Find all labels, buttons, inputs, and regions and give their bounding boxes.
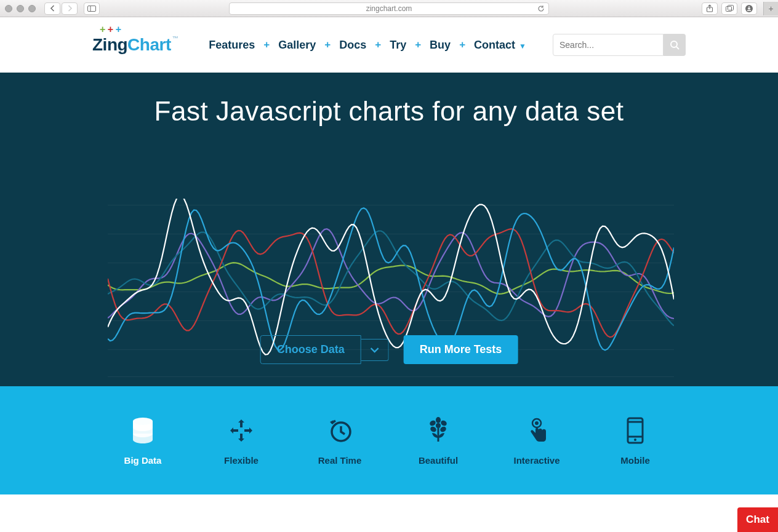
- nav-sep: +: [318, 39, 337, 51]
- chevron-down-icon: ▼: [519, 42, 526, 50]
- nav-contact[interactable]: Contact▼: [471, 39, 529, 52]
- zoom-window-icon[interactable]: [28, 5, 36, 12]
- svg-point-14: [440, 419, 448, 427]
- search-button[interactable]: [664, 34, 686, 56]
- mobile-icon: [586, 416, 684, 445]
- svg-point-6: [671, 41, 677, 47]
- svg-rect-0: [88, 6, 96, 11]
- main-nav: Features+ Gallery+ Docs+ Try+ Buy+ Conta…: [206, 39, 529, 52]
- touch-icon: [487, 416, 586, 445]
- feature-flexible[interactable]: Flexible: [192, 416, 291, 466]
- share-button[interactable]: [702, 2, 718, 15]
- choose-data-label: Choose Data: [260, 335, 361, 364]
- close-window-icon[interactable]: [5, 5, 12, 12]
- chevron-left-icon: [50, 5, 55, 12]
- svg-rect-3: [726, 7, 731, 12]
- search-icon: [670, 40, 680, 50]
- feature-big-data[interactable]: Big Data: [94, 416, 192, 466]
- download-icon: [745, 4, 753, 13]
- nav-sep: +: [257, 39, 276, 51]
- run-more-tests-button[interactable]: Run More Tests: [404, 335, 518, 364]
- database-icon: [94, 416, 192, 445]
- features-strip: Big Data Flexible Real Time Beautiful In…: [0, 386, 778, 494]
- nav-try[interactable]: Try: [387, 39, 409, 52]
- chat-label: Chat: [746, 514, 769, 526]
- svg-rect-4: [728, 6, 733, 10]
- window-controls: [5, 5, 36, 12]
- nav-sep: +: [453, 39, 471, 51]
- tabs-button[interactable]: [721, 2, 737, 15]
- svg-point-20: [634, 439, 636, 441]
- logo-text-1: Zing: [92, 35, 127, 55]
- page-bottom: [0, 494, 778, 532]
- svg-point-18: [535, 421, 539, 425]
- tabs-icon: [726, 5, 734, 12]
- feature-label: Interactive: [487, 455, 586, 466]
- feature-mobile[interactable]: Mobile: [586, 416, 684, 466]
- nav-gallery[interactable]: Gallery: [276, 39, 318, 52]
- site-header: +++ ZingChart™ Features+ Gallery+ Docs+ …: [0, 17, 778, 73]
- clock-icon: [291, 416, 389, 445]
- svg-point-9: [133, 418, 153, 425]
- forward-button[interactable]: [62, 2, 78, 15]
- svg-point-15: [430, 426, 438, 433]
- new-tab-button[interactable]: +: [763, 2, 778, 15]
- feature-beautiful[interactable]: Beautiful: [389, 416, 487, 466]
- nav-docs[interactable]: Docs: [337, 39, 369, 52]
- hero-section: Fast Javascript charts for any data set …: [0, 73, 778, 386]
- flower-icon: [389, 416, 487, 445]
- choose-data-dropdown[interactable]: Choose Data: [260, 335, 389, 364]
- svg-point-16: [439, 426, 447, 433]
- downloads-button[interactable]: [741, 2, 757, 15]
- url-text: zingchart.com: [366, 4, 412, 13]
- feature-real-time[interactable]: Real Time: [291, 416, 389, 466]
- nav-sep: +: [369, 39, 387, 51]
- chat-button[interactable]: Chat: [737, 507, 778, 532]
- logo[interactable]: +++ ZingChart™: [92, 35, 178, 55]
- nav-buy[interactable]: Buy: [427, 39, 453, 52]
- arrows-icon: [192, 416, 291, 445]
- search-input[interactable]: [553, 34, 664, 56]
- hero-headline: Fast Javascript charts for any data set: [0, 73, 778, 127]
- browser-chrome: zingchart.com +: [0, 0, 778, 17]
- chevron-down-icon: [370, 347, 380, 353]
- svg-point-11: [436, 423, 441, 428]
- wave-lines-icon: [108, 199, 674, 359]
- logo-tm: ™: [172, 35, 178, 42]
- nav-contact-label: Contact: [474, 39, 515, 51]
- logo-text-2: Chart: [127, 35, 171, 55]
- svg-line-7: [676, 47, 679, 49]
- minimize-window-icon[interactable]: [17, 5, 24, 12]
- address-bar[interactable]: zingchart.com: [229, 2, 549, 15]
- nav-features[interactable]: Features: [206, 39, 257, 52]
- feature-label: Beautiful: [389, 455, 487, 466]
- svg-point-13: [429, 419, 437, 427]
- feature-label: Mobile: [586, 455, 684, 466]
- feature-interactive[interactable]: Interactive: [487, 416, 586, 466]
- logo-dots-icon: +++: [100, 26, 121, 33]
- share-icon: [706, 4, 713, 12]
- nav-sep: +: [409, 39, 427, 51]
- feature-label: Big Data: [94, 455, 192, 466]
- feature-label: Real Time: [291, 455, 389, 466]
- choose-data-caret[interactable]: [361, 339, 389, 361]
- chevron-right-icon: [67, 5, 73, 12]
- svg-point-12: [436, 417, 441, 423]
- sidebar-icon: [87, 6, 96, 12]
- feature-label: Flexible: [192, 455, 291, 466]
- sidebar-button[interactable]: [84, 2, 100, 15]
- reload-icon[interactable]: [537, 5, 545, 12]
- back-button[interactable]: [44, 2, 60, 15]
